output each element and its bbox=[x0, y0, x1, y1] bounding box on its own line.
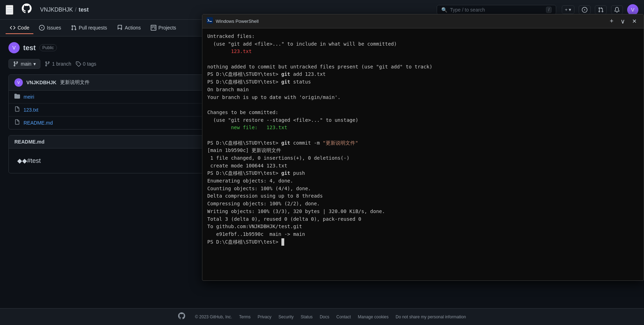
branch-selector-button[interactable]: main ▾ bbox=[8, 59, 40, 69]
footer-do-not-share-link[interactable]: Do not share my personal information bbox=[396, 314, 466, 319]
breadcrumb: VNJKDBHJK / test bbox=[40, 7, 89, 13]
breadcrumb-user[interactable]: VNJKDBHJK bbox=[40, 7, 73, 13]
footer-contact-link[interactable]: Contact bbox=[336, 314, 351, 319]
branch-chevron-icon: ▾ bbox=[33, 61, 36, 67]
terminal-icon bbox=[207, 17, 213, 25]
file-icon-readme bbox=[14, 119, 20, 126]
footer-terms-link[interactable]: Terms bbox=[239, 314, 251, 319]
search-bar[interactable]: 🔍 Type / to search / bbox=[437, 5, 556, 15]
terminal-titlebar: Windows PowerShell + ∨ ✕ bbox=[202, 14, 644, 28]
file-icon-123txt bbox=[14, 106, 20, 113]
tab-code[interactable]: Code bbox=[6, 22, 33, 34]
current-branch-name: main bbox=[21, 61, 31, 67]
pull-request-icon-button[interactable] bbox=[595, 5, 607, 14]
footer-copyright: © 2023 GitHub, Inc. bbox=[195, 314, 232, 319]
issue-icon-button[interactable] bbox=[579, 5, 591, 14]
plus-button[interactable]: + ▾ bbox=[562, 5, 574, 14]
branch-count-text: 1 branch bbox=[52, 61, 71, 67]
footer-docs-link[interactable]: Docs bbox=[320, 314, 329, 319]
footer-github-logo-icon bbox=[178, 312, 185, 321]
tag-count-link[interactable]: 0 tags bbox=[76, 61, 96, 67]
github-logo-icon bbox=[22, 4, 32, 16]
footer-status-link[interactable]: Status bbox=[301, 314, 313, 319]
terminal-chevron-button[interactable]: ∨ bbox=[618, 17, 628, 26]
folder-icon bbox=[14, 93, 20, 100]
commit-author-name[interactable]: VNJKDBHJK bbox=[26, 80, 57, 85]
top-nav-actions: + ▾ V bbox=[562, 4, 638, 15]
breadcrumb-separator: / bbox=[75, 7, 76, 13]
branch-count-link[interactable]: 1 branch bbox=[45, 61, 71, 67]
footer-manage-cookies-link[interactable]: Manage cookies bbox=[358, 314, 389, 319]
search-shortcut: / bbox=[546, 7, 551, 13]
tab-actions[interactable]: Actions bbox=[113, 22, 145, 34]
commit-message: 更新说明文件 bbox=[60, 79, 90, 86]
tab-issues[interactable]: Issues bbox=[35, 22, 65, 34]
tab-projects[interactable]: Projects bbox=[147, 22, 181, 34]
commit-author-avatar: V bbox=[14, 78, 23, 87]
terminal-new-tab-button[interactable]: + bbox=[607, 17, 616, 26]
footer: © 2023 GitHub, Inc. Terms Privacy Securi… bbox=[0, 308, 644, 325]
tag-count-text: 0 tags bbox=[83, 61, 96, 67]
notification-button[interactable] bbox=[611, 5, 623, 14]
tab-pull-requests[interactable]: Pull requests bbox=[67, 22, 111, 34]
visibility-badge: Public bbox=[39, 44, 57, 51]
terminal-close-button[interactable]: ✕ bbox=[629, 17, 639, 25]
svg-rect-0 bbox=[207, 17, 213, 24]
repo-owner-avatar: V bbox=[8, 42, 20, 53]
footer-security-link[interactable]: Security bbox=[278, 314, 293, 319]
search-placeholder-text: Type / to search bbox=[450, 7, 485, 13]
terminal-body[interactable]: Untracked files: (use "git add <file>...… bbox=[202, 28, 644, 280]
breadcrumb-repo[interactable]: test bbox=[79, 7, 89, 13]
terminal-title-text: Windows PowerShell bbox=[216, 19, 604, 24]
repo-title: test bbox=[23, 44, 36, 52]
hamburger-button[interactable]: ☰ bbox=[6, 5, 13, 15]
terminal-window: Windows PowerShell + ∨ ✕ Untracked files… bbox=[202, 14, 644, 281]
terminal-controls: + ∨ ✕ bbox=[607, 17, 639, 26]
search-icon: 🔍 bbox=[441, 7, 447, 13]
footer-privacy-link[interactable]: Privacy bbox=[258, 314, 271, 319]
user-avatar[interactable]: V bbox=[627, 4, 638, 15]
terminal-cursor bbox=[281, 238, 284, 246]
